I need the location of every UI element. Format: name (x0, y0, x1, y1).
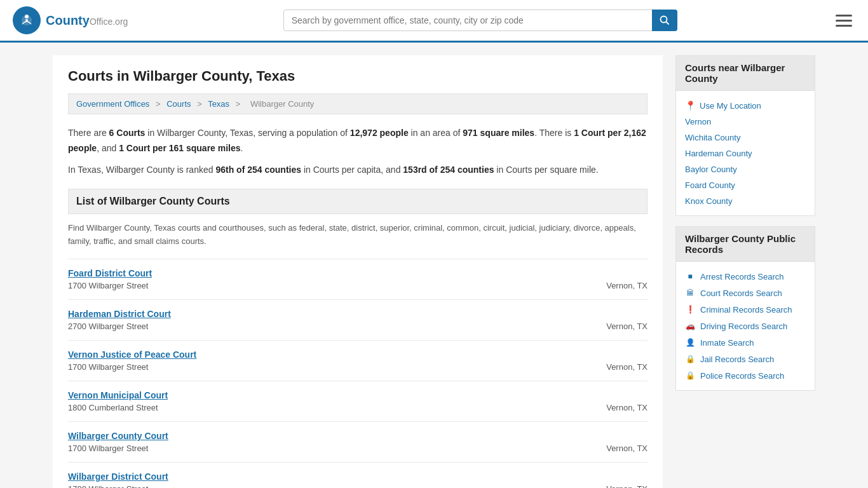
public-record-link[interactable]: 🚗Driving Records Search (685, 318, 806, 334)
breadcrumb-government-offices[interactable]: Government Offices (76, 99, 149, 109)
court-details-row: 1800 Cumberland Street Vernon, TX (68, 403, 648, 412)
court-item: Vernon Justice of Peace Court 1700 Wilba… (68, 340, 648, 381)
nearby-link[interactable]: Knox County (685, 193, 806, 209)
court-name-link[interactable]: Wilbarger District Court (68, 471, 168, 482)
court-name-link[interactable]: Vernon Municipal Court (68, 390, 168, 400)
nearby-title: Courts near Wilbarger County (676, 56, 815, 91)
nearby-link[interactable]: Hardeman County (685, 146, 806, 161)
search-bar (283, 10, 677, 31)
court-city: Vernon, TX (606, 322, 648, 331)
logo-icon (13, 6, 41, 34)
court-name-link[interactable]: Foard District Court (68, 268, 152, 278)
nearby-link[interactable]: Vernon (685, 114, 806, 130)
courts-count: 6 Courts (109, 128, 146, 138)
nearby-section: Courts near Wilbarger County 📍 Use My Lo… (675, 55, 815, 216)
rank-paragraph: In Texas, Wilbarger County is ranked 96t… (68, 163, 648, 178)
breadcrumb: Government Offices > Courts > Texas > Wi… (68, 93, 648, 114)
court-address: 1700 Wilbarger Street (68, 362, 148, 372)
use-my-location-link[interactable]: 📍 Use My Location (685, 97, 806, 114)
rank-capita: 96th of 254 counties (215, 165, 301, 175)
public-record-link[interactable]: ■Arrest Records Search (685, 268, 806, 285)
list-description: Find Wilbarger County, Texas courts and … (68, 222, 648, 248)
court-name-link[interactable]: Wilbarger County Court (68, 431, 168, 441)
search-button[interactable] (652, 10, 677, 31)
hamburger-menu-button[interactable] (832, 11, 855, 30)
svg-line-5 (666, 22, 668, 25)
record-icon: 🏛 (685, 288, 695, 298)
sidebar: Courts near Wilbarger County 📍 Use My Lo… (675, 55, 815, 488)
court-address: 1700 Wilbarger Street (68, 484, 148, 488)
site-header: CountyOffice.org (0, 0, 868, 43)
record-link-label: Driving Records Search (700, 322, 787, 331)
public-record-link[interactable]: 🔒Jail Records Search (685, 351, 806, 367)
main-content: Courts in Wilbarger County, Texas Govern… (53, 55, 663, 488)
page-title: Courts in Wilbarger County, Texas (68, 68, 648, 85)
courts-list: Foard District Court 1700 Wilbarger Stre… (68, 259, 648, 488)
rank-area: 153rd of 254 counties (403, 165, 494, 175)
public-record-link[interactable]: ❗Criminal Records Search (685, 301, 806, 318)
logo-name: CountyOffice.org (46, 13, 128, 27)
public-record-link[interactable]: 🔒Police Records Search (685, 367, 806, 384)
svg-point-2 (25, 15, 29, 18)
nearby-links-list: VernonWichita CountyHardeman CountyBaylo… (685, 114, 806, 209)
search-input[interactable] (283, 10, 677, 31)
nearby-body: 📍 Use My Location VernonWichita CountyHa… (676, 91, 815, 215)
court-city: Vernon, TX (606, 362, 648, 372)
list-section-header: List of Wilbarger County Courts (68, 189, 648, 214)
court-address: 1700 Wilbarger Street (68, 444, 148, 453)
record-link-label: Jail Records Search (700, 355, 774, 364)
area: 971 square miles (463, 128, 534, 138)
court-city: Vernon, TX (606, 281, 648, 290)
record-link-label: Court Records Search (700, 288, 782, 298)
svg-point-4 (660, 17, 667, 23)
public-records-list: ■Arrest Records Search🏛Court Records Sea… (685, 268, 806, 384)
public-records-body: ■Arrest Records Search🏛Court Records Sea… (676, 262, 815, 390)
court-address: 2700 Wilbarger Street (68, 322, 148, 331)
breadcrumb-texas[interactable]: Texas (208, 99, 229, 109)
record-icon: 🔒 (685, 370, 695, 381)
court-city: Vernon, TX (606, 484, 648, 488)
court-details-row: 1700 Wilbarger Street Vernon, TX (68, 281, 648, 290)
public-record-link[interactable]: 🏛Court Records Search (685, 285, 806, 301)
public-records-title: Wilbarger County Public Records (676, 227, 815, 262)
court-city: Vernon, TX (606, 444, 648, 453)
breadcrumb-courts[interactable]: Courts (166, 99, 191, 109)
record-icon: ❗ (685, 304, 695, 315)
court-item: Vernon Municipal Court 1800 Cumberland S… (68, 381, 648, 421)
court-city: Vernon, TX (606, 403, 648, 412)
court-item: Wilbarger District Court 1700 Wilbarger … (68, 462, 648, 488)
court-address: 1800 Cumberland Street (68, 403, 158, 412)
court-details-row: 2700 Wilbarger Street Vernon, TX (68, 322, 648, 331)
record-link-label: Criminal Records Search (700, 305, 792, 315)
record-icon: 🔒 (685, 354, 695, 364)
court-name-link[interactable]: Hardeman District Court (68, 309, 171, 319)
court-item: Wilbarger County Court 1700 Wilbarger St… (68, 421, 648, 462)
record-link-label: Arrest Records Search (700, 272, 784, 281)
nearby-link[interactable]: Foard County (685, 177, 806, 193)
court-details-row: 1700 Wilbarger Street Vernon, TX (68, 362, 648, 372)
page-body: Courts in Wilbarger County, Texas Govern… (0, 43, 868, 488)
content-wrapper: Courts in Wilbarger County, Texas Govern… (53, 55, 815, 488)
location-pin-icon: 📍 (685, 100, 696, 111)
record-link-label: Inmate Search (700, 338, 754, 348)
summary-paragraph: There are 6 Courts in Wilbarger County, … (68, 126, 648, 156)
per-area: 1 Court per 161 square miles (119, 143, 240, 153)
record-icon: 🚗 (685, 321, 695, 331)
court-details-row: 1700 Wilbarger Street Vernon, TX (68, 444, 648, 453)
court-address: 1700 Wilbarger Street (68, 281, 148, 290)
population: 12,972 people (350, 128, 409, 138)
nearby-link[interactable]: Wichita County (685, 130, 806, 146)
breadcrumb-current: Wilbarger County (250, 99, 314, 109)
court-item: Foard District Court 1700 Wilbarger Stre… (68, 259, 648, 299)
public-record-link[interactable]: 👤Inmate Search (685, 334, 806, 351)
nearby-link[interactable]: Baylor County (685, 161, 806, 177)
court-name-link[interactable]: Vernon Justice of Peace Court (68, 349, 196, 360)
logo: CountyOffice.org (13, 6, 128, 34)
record-icon: 👤 (685, 337, 695, 348)
court-item: Hardeman District Court 2700 Wilbarger S… (68, 299, 648, 340)
record-icon: ■ (685, 271, 695, 281)
public-records-section: Wilbarger County Public Records ■Arrest … (675, 226, 815, 391)
svg-point-3 (25, 19, 28, 22)
court-details-row: 1700 Wilbarger Street Vernon, TX (68, 484, 648, 488)
record-link-label: Police Records Search (700, 371, 784, 381)
